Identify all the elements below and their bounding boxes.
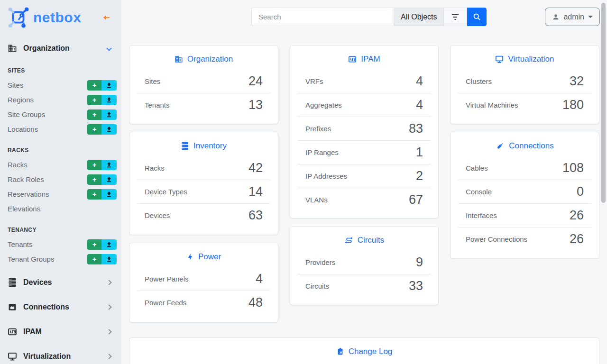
sidebar-item-label: Site Groups <box>8 110 45 118</box>
sidebar-group-ipam[interactable]: IPAM <box>0 319 121 344</box>
import-button[interactable] <box>101 254 117 264</box>
add-button[interactable]: + <box>87 109 101 120</box>
stat-row-devices[interactable]: Devices63 <box>137 203 270 227</box>
sidebar-item-label: Locations <box>8 125 38 133</box>
card-virtualization-title[interactable]: Virtualization <box>451 46 599 69</box>
import-button[interactable] <box>101 160 117 170</box>
search-filter-button[interactable] <box>443 8 467 26</box>
sidebar-item-reservations[interactable]: Reservations + <box>0 187 121 201</box>
sidebar-group-connections[interactable]: Connections <box>0 295 121 319</box>
stat-row-prefixes[interactable]: Prefixes83 <box>298 117 431 140</box>
sidebar-section-sites: SITES <box>0 57 121 78</box>
import-button[interactable] <box>101 109 117 120</box>
upload-icon <box>106 82 112 88</box>
stat-row-power-feeds[interactable]: Power Feeds48 <box>137 291 270 314</box>
sidebar-item-rack-roles[interactable]: Rack Roles + <box>0 172 121 187</box>
monitor-icon <box>495 55 504 64</box>
import-button[interactable] <box>101 239 117 250</box>
import-button[interactable] <box>101 189 117 200</box>
sidebar-item-label: Regions <box>8 96 34 104</box>
add-button[interactable]: + <box>87 124 101 135</box>
card-ipam-title[interactable]: IPAM <box>290 46 438 69</box>
stat-row-interfaces[interactable]: Interfaces26 <box>458 203 591 227</box>
card-power: Power Power Panels4 Power Feeds48 <box>129 243 278 323</box>
caret-down-icon <box>588 16 593 18</box>
sidebar-item-locations[interactable]: Locations + <box>0 122 121 136</box>
stat-row-ip-addresses[interactable]: IP Addresses2 <box>298 164 431 188</box>
username-label: admin <box>563 13 584 21</box>
sidebar-item-racks[interactable]: Racks + <box>0 157 121 172</box>
stat-row-cables[interactable]: Cables108 <box>458 156 591 180</box>
card-inventory-title[interactable]: Inventory <box>129 132 278 156</box>
upload-icon <box>106 242 112 247</box>
circuit-route-icon <box>344 236 353 245</box>
upload-icon <box>106 127 112 132</box>
server-icon <box>181 142 189 150</box>
stat-row-device-types[interactable]: Device Types14 <box>137 180 270 203</box>
search-input[interactable] <box>251 8 394 26</box>
add-button[interactable]: + <box>87 174 101 185</box>
sidebar-group-organization[interactable]: Organization <box>0 40 121 57</box>
stat-row-vlans[interactable]: VLANs67 <box>298 188 431 211</box>
person-icon <box>552 13 560 21</box>
card-inventory: Inventory Racks42 Device Types14 Devices… <box>129 132 278 235</box>
sidebar-header: netbox <box>0 0 121 31</box>
stat-row-aggregates[interactable]: Aggregates4 <box>298 93 431 117</box>
search-icon <box>473 13 481 21</box>
stat-row-tenants[interactable]: Tenants13 <box>137 93 270 117</box>
card-power-title[interactable]: Power <box>129 243 278 267</box>
scrollbar[interactable] <box>601 3 606 203</box>
sidebar-item-regions[interactable]: Regions + <box>0 92 121 107</box>
card-circuits-title[interactable]: Circuits <box>290 227 438 250</box>
add-button[interactable]: + <box>87 239 101 250</box>
card-organization-title[interactable]: Organization <box>129 46 278 69</box>
sidebar-item-label: Tenants <box>8 240 33 248</box>
sidebar-item-sites[interactable]: Sites + <box>0 78 121 92</box>
sidebar-group-label: IPAM <box>23 328 101 336</box>
stat-row-ip-ranges[interactable]: IP Ranges1 <box>298 140 431 164</box>
sidebar-item-site-groups[interactable]: Site Groups + <box>0 107 121 122</box>
filter-icon <box>451 14 459 20</box>
import-button[interactable] <box>101 124 117 135</box>
netbox-logo-text: netbox <box>33 9 81 26</box>
upload-icon <box>106 191 112 197</box>
sidebar-group-label: Organization <box>23 44 101 53</box>
sidebar-item-tenant-groups[interactable]: Tenant Groups + <box>0 252 121 266</box>
import-button[interactable] <box>101 174 117 185</box>
search-submit-button[interactable] <box>467 8 487 26</box>
add-button[interactable]: + <box>87 95 101 105</box>
stat-row-providers[interactable]: Providers9 <box>298 250 431 274</box>
card-connections-title[interactable]: Connections <box>451 132 599 156</box>
sidebar-group-devices[interactable]: Devices <box>0 270 121 295</box>
add-button[interactable]: + <box>87 189 101 200</box>
sidebar-group-virtualization[interactable]: Virtualization <box>0 344 121 364</box>
add-button[interactable]: + <box>87 160 101 170</box>
card-changelog-title[interactable]: Change Log <box>129 338 599 362</box>
stat-row-clusters[interactable]: Clusters32 <box>458 69 591 93</box>
stat-row-console[interactable]: Console0 <box>458 180 591 203</box>
sidebar-item-tenants[interactable]: Tenants + <box>0 237 121 252</box>
stat-row-power-connections[interactable]: Power Connections26 <box>458 227 591 251</box>
sidebar-item-elevations[interactable]: Elevations <box>0 201 121 216</box>
stat-row-racks[interactable]: Racks42 <box>137 156 270 180</box>
chevron-down-icon <box>106 46 111 51</box>
search-scope-select[interactable]: All Objects <box>394 8 443 26</box>
upload-icon <box>106 177 112 182</box>
add-button[interactable]: + <box>87 254 101 264</box>
main-content: All Objects admin Organization Sites24 <box>121 0 607 364</box>
sidebar: netbox Organization SITES Sites + Region… <box>0 0 121 364</box>
stat-row-circuits[interactable]: Circuits33 <box>298 274 431 298</box>
stat-row-vrfs[interactable]: VRFs4 <box>298 69 431 93</box>
chevron-right-icon <box>106 280 111 285</box>
sidebar-section-racks: RACKS <box>0 136 121 157</box>
netbox-logo[interactable]: netbox <box>8 7 81 28</box>
pin-sidebar-icon[interactable] <box>102 14 110 21</box>
netbox-logo-icon <box>8 7 29 28</box>
user-menu-button[interactable]: admin <box>545 8 600 26</box>
import-button[interactable] <box>101 95 117 105</box>
stat-row-power-panels[interactable]: Power Panels4 <box>137 267 270 291</box>
stat-row-sites[interactable]: Sites24 <box>137 69 270 93</box>
stat-row-virtual-machines[interactable]: Virtual Machines180 <box>458 93 591 117</box>
import-button[interactable] <box>101 80 117 91</box>
add-button[interactable]: + <box>87 80 101 91</box>
